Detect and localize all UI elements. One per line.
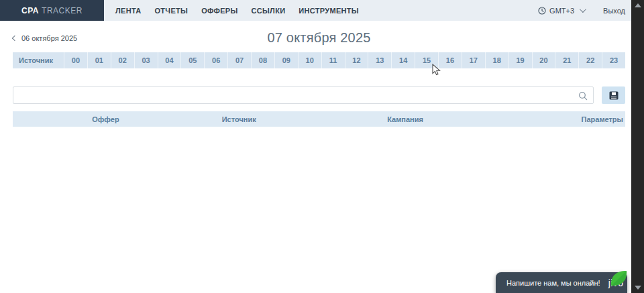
content-area: 06 октября 2025 07 октября 2025 Источник…: [0, 21, 631, 293]
hour-cell-06: 06: [204, 52, 227, 68]
hour-cell-02: 02: [111, 52, 134, 68]
table-header-campaign: Кампания: [384, 111, 551, 127]
table-header-empty: [13, 111, 89, 127]
page-title: 07 октября 2025: [13, 30, 625, 46]
hour-cell-09: 09: [274, 52, 298, 68]
main-menu: ЛЕНТА ОТЧЕТЫ ОФФЕРЫ ССЫЛКИ ИНСТРУМЕНТЫ: [104, 0, 372, 21]
timezone-selector[interactable]: GMT+3: [538, 7, 584, 15]
menu-item-offery[interactable]: ОФФЕРЫ: [201, 7, 237, 15]
export-button[interactable]: [602, 86, 625, 104]
table-header-source: Источник: [219, 111, 385, 127]
table-header-row: Оффер Источник Кампания Параметры: [13, 111, 625, 127]
clock-icon: [538, 7, 546, 15]
jivo-leaf-icon: [609, 270, 629, 288]
hour-cell-19: 19: [508, 52, 532, 68]
hour-cell-20: 20: [532, 52, 555, 68]
hour-cell-14: 14: [391, 52, 415, 68]
scroll-down-arrow-icon[interactable]: [635, 286, 641, 290]
hour-cell-17: 17: [462, 52, 485, 68]
hour-cell-10: 10: [298, 52, 321, 68]
table-header-params: Параметры: [551, 111, 625, 127]
hour-cell-15: 15: [415, 52, 438, 68]
hour-cell-05: 05: [180, 52, 204, 68]
logout-link[interactable]: Выход: [603, 7, 625, 15]
hour-cell-16: 16: [438, 52, 462, 68]
hour-cell-01: 01: [87, 52, 111, 68]
hour-cell-07: 07: [227, 52, 251, 68]
brand-logo[interactable]: CPA TRACKER: [0, 0, 104, 21]
hour-cell-22: 22: [578, 52, 602, 68]
table-header-offer: Оффер: [89, 111, 219, 127]
search-icon[interactable]: [578, 91, 588, 101]
hour-cell-13: 13: [368, 52, 391, 68]
chevron-down-icon: [580, 6, 586, 13]
search-box: [13, 86, 594, 104]
scroll-up-arrow-icon[interactable]: [635, 3, 641, 7]
hour-cell-11: 11: [321, 52, 345, 68]
brand-logo-secondary: TRACKER: [42, 6, 83, 15]
search-input[interactable]: [13, 87, 593, 103]
hours-header-bar: Источник 00 01 02 03 04 05 06 07 08 09 1…: [13, 52, 625, 68]
chat-message: Напишите нам, мы онлайн!: [506, 279, 600, 287]
hour-cell-18: 18: [485, 52, 508, 68]
vertical-scrollbar[interactable]: [631, 0, 644, 293]
hour-cell-08: 08: [251, 52, 274, 68]
report-table: Оффер Источник Кампания Параметры: [13, 111, 625, 127]
hour-cell-23: 23: [602, 52, 625, 68]
hour-cell-00: 00: [64, 52, 87, 68]
hour-cell-03: 03: [134, 52, 158, 68]
hour-cell-12: 12: [345, 52, 368, 68]
menu-item-lenta[interactable]: ЛЕНТА: [115, 7, 141, 15]
hour-cell-21: 21: [555, 52, 578, 68]
timezone-label: GMT+3: [549, 7, 574, 15]
brand-logo-primary: CPA: [21, 6, 39, 15]
menu-item-instrumenty[interactable]: ИНСТРУМЕНТЫ: [299, 7, 359, 15]
menu-item-ssylki[interactable]: ССЫЛКИ: [252, 7, 286, 15]
topbar: CPA TRACKER ЛЕНТА ОТЧЕТЫ ОФФЕРЫ ССЫЛКИ И…: [0, 0, 644, 21]
chat-widget[interactable]: Напишите нам, мы онлайн! jivo: [496, 272, 627, 293]
topbar-right: GMT+3 Выход: [538, 0, 644, 21]
save-icon: [609, 91, 619, 100]
search-row: [13, 86, 625, 104]
menu-item-otchety[interactable]: ОТЧЕТЫ: [154, 7, 188, 15]
hours-source-label: Источник: [13, 52, 64, 68]
date-navigation: 06 октября 2025 07 октября 2025: [13, 30, 625, 49]
hour-cell-04: 04: [158, 52, 181, 68]
